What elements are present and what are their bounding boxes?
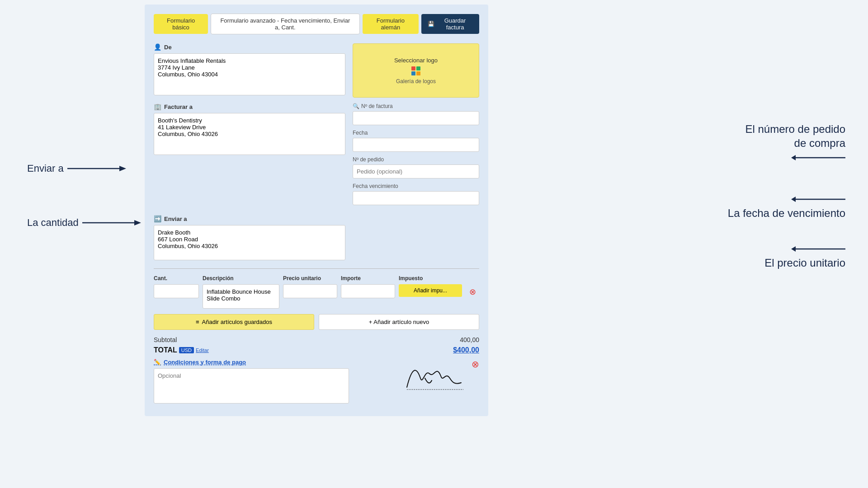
header-amount: Importe <box>341 275 395 282</box>
ship-to-left: ➡️ Enviar a Drake Booth 667 Loon Road Co… <box>154 215 345 262</box>
order-number-label: Nº de pedido <box>353 156 479 163</box>
add-saved-items-button[interactable]: ≡ Añadir artículos guardados <box>154 314 314 330</box>
arrow-pedido-icon <box>791 153 845 163</box>
edit-currency-link[interactable]: Editar <box>196 347 209 353</box>
items-table-header: Cant. Descripción Precio unitario Import… <box>154 275 479 282</box>
edit-conditions-icon: ✏️ <box>154 359 161 366</box>
ship-to-label: ➡️ Enviar a <box>154 215 345 222</box>
logo-section: Seleccionar logo Galería de logos <box>353 43 479 98</box>
list-icon: ≡ <box>196 319 199 325</box>
item-desc-textarea[interactable]: Inflatable Bounce House Slide Combo <box>203 284 279 309</box>
subtotal-value: 400,00 <box>460 336 479 343</box>
due-date-label: Fecha vencimiento <box>353 183 479 189</box>
tabs-row: Formulario básico Formulario avanzado - … <box>154 14 479 34</box>
header-desc: Descripción <box>203 275 279 282</box>
annotation-cantidad-text: La cantidad <box>27 217 79 229</box>
subtotal-label: Subtotal <box>154 336 177 343</box>
add-new-item-button[interactable]: + Añadir artículo nuevo <box>319 314 479 330</box>
conditions-section: ✏️ Condiciones y forma de pago ⊗ <box>154 359 479 405</box>
order-number-input[interactable] <box>353 164 479 178</box>
order-number-group: Nº de pedido <box>353 156 479 178</box>
bill-to-section: 🏢 Facturar a Booth's Dentistry 41 Lakevi… <box>154 103 479 210</box>
currency-badge: USD <box>179 347 194 353</box>
arrow-precio-icon <box>791 244 845 254</box>
due-date-group: Fecha vencimiento 30.09.2022 <box>353 183 479 205</box>
bill-to-textarea[interactable]: Booth's Dentistry 41 Lakeview Drive Colu… <box>154 113 345 155</box>
item-unit-price-input[interactable]: 400.0 <box>283 284 337 298</box>
due-date-input[interactable]: 30.09.2022 <box>353 191 479 205</box>
signature-icon <box>398 360 470 396</box>
arrow-enviar-a-icon <box>67 164 126 174</box>
from-left: 👤 De Envious Inflatable Rentals 3774 Ivy… <box>154 43 345 98</box>
tab-german[interactable]: Formulario alemán <box>363 14 419 34</box>
header-remove <box>466 275 479 282</box>
date-input[interactable]: 11.09.2022 <box>353 138 479 152</box>
from-icon: 👤 <box>154 43 161 51</box>
annotation-vencimiento-group: La fecha de vencimiento <box>728 194 845 220</box>
total-value: $400,00 <box>453 346 479 354</box>
annotation-cantidad: La cantidad <box>27 217 141 229</box>
windows-logo-icon <box>411 66 420 75</box>
svg-marker-3 <box>134 220 141 225</box>
header-tax: Impuesto <box>399 275 462 282</box>
total-row: TOTAL USD Editar $400,00 <box>154 346 479 354</box>
annotation-pedido-text: El número de pedidode compra <box>745 122 845 150</box>
ship-to-icon: ➡️ <box>154 215 161 222</box>
annotation-pedido-group: El número de pedidode compra <box>745 122 845 163</box>
header-unit-price: Precio unitario <box>283 275 337 282</box>
svg-marker-7 <box>791 197 796 202</box>
tab-basic[interactable]: Formulario básico <box>154 14 208 34</box>
close-conditions-button[interactable]: ⊗ <box>472 359 479 370</box>
annotation-vencimiento-text: La fecha de vencimiento <box>728 207 845 220</box>
annotation-precio-group: El precio unitario <box>764 244 845 269</box>
annotation-precio-text: El precio unitario <box>764 257 845 269</box>
conditions-textarea[interactable] <box>154 368 349 404</box>
invoice-fields: 🔍 Nº de factura 105 Fecha 11.09.2022 Nº … <box>353 103 479 210</box>
logo-select-text: Seleccionar logo <box>394 57 438 64</box>
item-desc-wrapper: Inflatable Bounce House Slide Combo <box>203 284 279 310</box>
item-amount-input[interactable]: 400.0 <box>341 284 395 298</box>
tab-advanced[interactable]: Formulario avanzado - Fecha vencimiento,… <box>211 14 359 34</box>
action-buttons-row: ≡ Añadir artículos guardados + Añadir ar… <box>154 314 479 330</box>
bill-to-icon: 🏢 <box>154 103 161 110</box>
bill-to-left: 🏢 Facturar a Booth's Dentistry 41 Lakevi… <box>154 103 345 210</box>
date-label: Fecha <box>353 130 479 136</box>
subtotal-row: Subtotal 400,00 <box>154 336 479 343</box>
from-section: 👤 De Envious Inflatable Rentals 3774 Ivy… <box>154 43 479 98</box>
invoice-number-input[interactable]: 105 <box>353 111 479 125</box>
arrow-vencimiento-icon <box>791 194 845 204</box>
from-textarea[interactable]: Envious Inflatable Rentals 3774 Ivy Lane… <box>154 53 345 95</box>
arrow-precio-container <box>791 244 845 254</box>
svg-marker-9 <box>791 246 796 252</box>
annotation-enviar-a-text: Enviar a <box>27 163 64 174</box>
invoice-number-label: 🔍 Nº de factura <box>353 103 479 109</box>
svg-marker-5 <box>791 155 796 160</box>
signature-area <box>398 360 470 396</box>
invoice-form: Formulario básico Formulario avanzado - … <box>145 5 488 416</box>
ship-to-section: ➡️ Enviar a Drake Booth 667 Loon Road Co… <box>154 215 479 262</box>
item-qty-input[interactable]: 1.0 <box>154 284 199 298</box>
table-row: 1.0 Inflatable Bounce House Slide Combo … <box>154 284 479 310</box>
remove-item-button[interactable]: ⊗ <box>466 284 479 296</box>
from-label: 👤 De <box>154 43 345 51</box>
total-label: TOTAL <box>154 346 177 354</box>
save-invoice-button[interactable]: 💾 Guardar factura <box>421 14 479 34</box>
ship-to-textarea[interactable]: Drake Booth 667 Loon Road Columbus, Ohio… <box>154 225 345 260</box>
date-group: Fecha 11.09.2022 <box>353 130 479 152</box>
invoice-number-group: 🔍 Nº de factura 105 <box>353 103 479 125</box>
svg-marker-1 <box>119 166 126 171</box>
arrow-pedido-container <box>791 153 845 163</box>
search-icon: 🔍 <box>353 103 359 109</box>
annotation-enviar-a: Enviar a <box>27 163 126 174</box>
header-qty: Cant. <box>154 275 199 282</box>
logo-gallery-text: Galería de logos <box>396 78 436 84</box>
arrow-vencimiento-container <box>791 194 845 204</box>
bill-to-label: 🏢 Facturar a <box>154 103 345 110</box>
save-icon: 💾 <box>428 21 434 27</box>
ship-to-right-empty <box>353 215 479 262</box>
add-tax-button[interactable]: Añadir impu... <box>399 284 462 297</box>
divider <box>154 268 479 269</box>
arrow-cantidad-icon <box>82 218 141 228</box>
logo-box[interactable]: Seleccionar logo Galería de logos <box>353 43 479 98</box>
